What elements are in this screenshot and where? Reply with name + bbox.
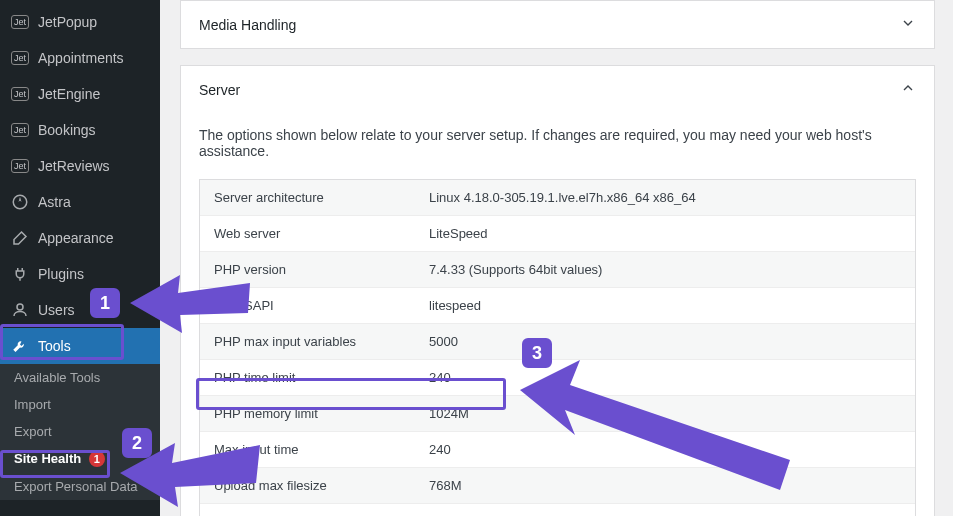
- sidebar-item-appointments[interactable]: Jet Appointments: [0, 40, 160, 76]
- sidebar-item-jetpopup[interactable]: Jet JetPopup: [0, 4, 160, 40]
- table-row: Max input time 240: [200, 431, 915, 467]
- admin-sidebar: Jet JetPopup Jet Appointments Jet JetEng…: [0, 0, 160, 516]
- row-value: Linux 4.18.0-305.19.1.lve.el7h.x86_64 x8…: [429, 190, 696, 205]
- sidebar-item-label: JetReviews: [38, 158, 110, 174]
- submenu-available-tools[interactable]: Available Tools: [0, 364, 160, 391]
- table-row: PHP post max size 768M: [200, 503, 915, 516]
- panel-media-handling: Media Handling: [180, 0, 935, 49]
- sidebar-item-users[interactable]: Users: [0, 292, 160, 328]
- astra-icon: [10, 192, 30, 212]
- sidebar-item-jetengine[interactable]: Jet JetEngine: [0, 76, 160, 112]
- row-value: 768M: [429, 478, 462, 493]
- row-value: 240: [429, 370, 451, 385]
- chevron-up-icon: [900, 80, 916, 99]
- svg-point-1: [17, 304, 23, 310]
- submenu-import[interactable]: Import: [0, 391, 160, 418]
- panel-title: Media Handling: [199, 17, 296, 33]
- row-label: PHP SAPI: [214, 298, 429, 313]
- row-value: 7.4.33 (Supports 64bit values): [429, 262, 602, 277]
- submenu-site-health[interactable]: Site Health 1: [0, 445, 160, 473]
- server-info-table: Server architecture Linux 4.18.0-305.19.…: [199, 179, 916, 516]
- row-value: 1024M: [429, 406, 469, 421]
- sidebar-item-label: Users: [38, 302, 75, 318]
- table-row: Server architecture Linux 4.18.0-305.19.…: [200, 180, 915, 215]
- sidebar-item-label: JetPopup: [38, 14, 97, 30]
- sidebar-item-appearance[interactable]: Appearance: [0, 220, 160, 256]
- row-value: litespeed: [429, 298, 481, 313]
- wrench-icon: [10, 336, 30, 356]
- row-label: Server architecture: [214, 190, 429, 205]
- table-row: PHP time limit 240: [200, 359, 915, 395]
- panel-toggle-media[interactable]: Media Handling: [181, 1, 934, 48]
- table-row: PHP SAPI litespeed: [200, 287, 915, 323]
- sidebar-item-label: Plugins: [38, 266, 84, 282]
- sidebar-item-label: JetEngine: [38, 86, 100, 102]
- sidebar-item-tools[interactable]: Tools: [0, 328, 160, 364]
- panel-description: The options shown below relate to your s…: [199, 127, 916, 159]
- sidebar-item-label: Tools: [38, 338, 71, 354]
- sidebar-item-label: Appointments: [38, 50, 124, 66]
- table-row: Upload max filesize 768M: [200, 467, 915, 503]
- sidebar-item-label: Astra: [38, 194, 71, 210]
- jet-icon: Jet: [10, 84, 30, 104]
- users-icon: [10, 300, 30, 320]
- table-row: PHP memory limit 1024M: [200, 395, 915, 431]
- sidebar-item-bookings[interactable]: Jet Bookings: [0, 112, 160, 148]
- row-value: LiteSpeed: [429, 226, 488, 241]
- row-value: 5000: [429, 334, 458, 349]
- submenu-export-personal[interactable]: Export Personal Data: [0, 473, 160, 500]
- main-content: Media Handling Server The options shown …: [160, 0, 953, 516]
- sidebar-item-jetreviews[interactable]: Jet JetReviews: [0, 148, 160, 184]
- table-row: PHP version 7.4.33 (Supports 64bit value…: [200, 251, 915, 287]
- jet-icon: Jet: [10, 12, 30, 32]
- jet-icon: Jet: [10, 156, 30, 176]
- brush-icon: [10, 228, 30, 248]
- sidebar-item-astra[interactable]: Astra: [0, 184, 160, 220]
- sidebar-item-label: Appearance: [38, 230, 114, 246]
- row-label: PHP version: [214, 262, 429, 277]
- row-label: PHP time limit: [214, 370, 429, 385]
- panel-title: Server: [199, 82, 240, 98]
- jet-icon: Jet: [10, 48, 30, 68]
- sidebar-item-plugins[interactable]: Plugins: [0, 256, 160, 292]
- notification-badge: 1: [89, 451, 105, 467]
- submenu-label: Site Health: [14, 451, 81, 466]
- row-value: 240: [429, 442, 451, 457]
- panel-toggle-server[interactable]: Server: [181, 66, 934, 113]
- sidebar-item-label: Bookings: [38, 122, 96, 138]
- row-label: Upload max filesize: [214, 478, 429, 493]
- row-label: Web server: [214, 226, 429, 241]
- row-label: PHP max input variables: [214, 334, 429, 349]
- table-row: PHP max input variables 5000: [200, 323, 915, 359]
- chevron-down-icon: [900, 15, 916, 34]
- table-row: Web server LiteSpeed: [200, 215, 915, 251]
- row-label: Max input time: [214, 442, 429, 457]
- jet-icon: Jet: [10, 120, 30, 140]
- panel-server: Server The options shown below relate to…: [180, 65, 935, 516]
- plug-icon: [10, 264, 30, 284]
- row-label: PHP memory limit: [214, 406, 429, 421]
- submenu-export[interactable]: Export: [0, 418, 160, 445]
